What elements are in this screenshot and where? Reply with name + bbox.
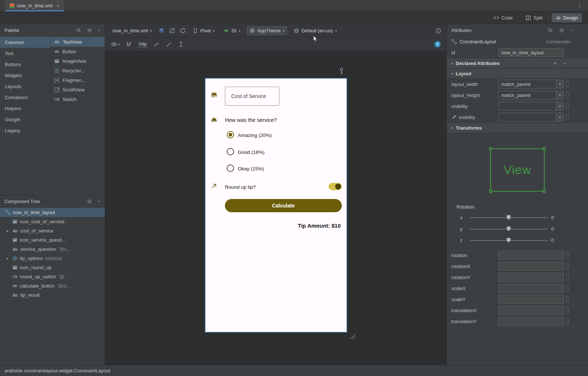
tools-attribute-flag[interactable] [566,263,569,270]
tools-attribute-flag[interactable] [566,274,569,281]
clear-constraints-icon[interactable] [154,41,160,47]
scale-x-input[interactable] [498,284,564,293]
hide-panel-icon[interactable]: − [97,198,100,204]
chevron-down-icon[interactable]: ▾ [556,102,563,110]
blueprint-icon[interactable] [169,28,175,34]
chevron-down-icon[interactable]: ▾ [556,80,563,88]
view-options-eye-icon[interactable]: ▾ [111,41,120,47]
help-icon[interactable]: ? [434,41,441,47]
device-layout-preview[interactable]: Cost of Service How was the service? Ama… [205,78,347,332]
tools-attribute-flag[interactable] [566,252,569,258]
tree-item-calculate-button[interactable]: calculate_button "@st... [0,281,105,290]
palette-category-text[interactable]: Text [0,48,50,59]
palette-category-google[interactable]: Google [0,114,50,125]
rotation-y-input[interactable] [498,273,564,282]
palette-item-button[interactable]: Button [51,47,105,56]
transforms-section[interactable]: ▾ Transforms [447,123,588,133]
theme-selector[interactable]: AppTheme ▾ [247,26,287,35]
gear-icon[interactable] [87,199,92,204]
hide-panel-icon[interactable]: − [97,27,100,33]
palette-category-common[interactable]: Common [0,37,50,48]
tools-attribute-flag[interactable] [566,103,569,109]
slider-thumb[interactable] [507,238,511,243]
radio-amazing[interactable] [227,131,234,138]
rotation-input[interactable] [498,251,564,260]
layout-section[interactable]: ▾ Layout [447,68,588,79]
tree-item-icon-round-up[interactable]: icon_round_up [0,263,105,272]
design-canvas[interactable]: Cost of Service How was the service? Ama… [105,51,447,365]
file-selector[interactable]: now_in_time.xml ▾ [110,27,154,35]
tools-attribute-flag[interactable] [566,296,569,303]
chevron-right-icon[interactable]: ▸ [5,256,10,260]
tab-now-in-time-xml[interactable]: now_in_time.xml × [5,0,64,11]
declared-attributes-section[interactable]: ▸ Declared Attributes + − [447,58,588,68]
search-icon[interactable] [76,28,82,33]
gear-icon[interactable] [559,28,564,33]
orientation-icon[interactable] [180,28,186,34]
resize-handle[interactable] [349,333,356,339]
rotation-x-input[interactable] [498,262,564,271]
rotation-y-slider[interactable] [470,229,548,229]
infer-constraints-wand-icon[interactable] [166,41,172,47]
design-surface-icon[interactable] [158,28,165,34]
mode-code-button[interactable]: Code [490,13,517,22]
autoconnect-magnet-icon[interactable] [126,41,132,47]
radio-okay[interactable] [227,164,234,172]
tree-item-tip-result[interactable]: Ab tip_result [0,290,105,300]
chevron-down-icon[interactable]: ▾ [556,91,563,99]
tree-item-icon-cost-of-service[interactable]: icon_cost_of_service [0,217,105,226]
search-icon[interactable] [548,28,553,33]
palette-category-layouts[interactable]: Layouts [0,81,50,92]
api-selector[interactable]: 33 ▾ [221,27,243,35]
default-margin-selector[interactable]: 0dp [138,41,148,47]
hide-panel-icon[interactable]: − [570,27,573,33]
tree-item-icon-service-question[interactable]: icon_service_questi... [0,235,105,245]
tree-item-now-in-time-layout[interactable]: now_in_time_layout [0,208,105,217]
radio-good[interactable] [227,148,234,155]
tools-attribute-flag[interactable] [566,92,569,98]
tools-attribute-flag[interactable] [566,81,569,87]
tools-attribute-flag[interactable] [566,318,569,325]
remove-attribute-button[interactable]: − [563,60,566,66]
layout-width-select[interactable]: match_parent ▾ [498,80,564,88]
round-up-switch[interactable] [329,183,342,190]
translation-x-input[interactable] [498,306,564,315]
tree-item-cost-of-service[interactable]: ▸ Ab cost_of_service [0,226,105,235]
slider-thumb[interactable] [507,227,511,231]
tab-close-icon[interactable]: × [57,3,60,9]
kebab-menu-icon[interactable]: ⋮ [577,2,583,8]
rotation-z-slider[interactable] [470,240,548,241]
tools-attribute-flag[interactable] [566,285,569,292]
tree-item-round-up-switch[interactable]: round_up_switch "@... [0,272,105,281]
palette-category-widgets[interactable]: Widgets [0,70,50,81]
palette-category-helpers[interactable]: Helpers [0,103,50,114]
chevron-down-icon[interactable]: ▾ [556,113,563,121]
tree-item-tip-options[interactable]: ▸ tip_options (vertical) [0,254,105,263]
palette-category-legacy[interactable]: Legacy [0,125,50,136]
tools-attribute-flag[interactable] [566,114,569,120]
info-icon[interactable] [435,28,441,34]
tree-item-service-question[interactable]: Ab service_question "@s... [0,245,105,254]
rotation-x-slider[interactable] [470,217,548,218]
palette-item-scrollview[interactable]: ScrollView [51,85,105,94]
device-selector[interactable]: Pixel ▾ [190,27,217,35]
align-ibeam-icon[interactable] [178,41,184,47]
cost-of-service-field[interactable]: Cost of Service [225,87,279,106]
layout-height-select[interactable]: match_parent ▾ [498,91,564,100]
chevron-right-icon[interactable]: ▸ [5,229,10,233]
palette-item-switch[interactable]: Switch [51,94,105,104]
locale-selector[interactable]: Default (en-us) ▾ [291,27,339,35]
tools-attribute-flag[interactable] [566,307,569,314]
mode-design-button[interactable]: Design [552,13,582,22]
palette-item-recyclerview[interactable]: Recycler... [51,66,105,75]
palette-item-fragment[interactable]: Fragmen... [51,75,105,85]
gear-icon[interactable] [87,28,92,33]
mode-split-button[interactable]: Split [521,13,546,22]
translation-y-input[interactable] [498,317,564,326]
add-attribute-button[interactable]: + [553,60,556,66]
palette-item-imageview[interactable]: ImageView [51,56,105,66]
calculate-button[interactable]: Calculate [225,199,342,212]
scale-y-input[interactable] [498,295,564,304]
palette-item-textview[interactable]: Ab TextView [51,37,105,47]
visibility-select[interactable]: ▾ [498,102,564,111]
